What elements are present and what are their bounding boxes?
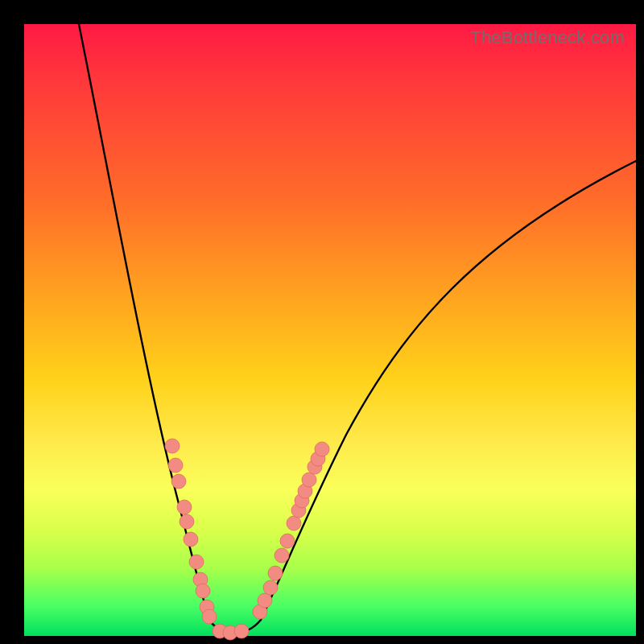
data-marker <box>171 474 186 489</box>
bottleneck-curve <box>79 24 636 633</box>
data-marker <box>258 593 272 608</box>
data-marker <box>315 442 329 456</box>
data-marker <box>165 439 180 453</box>
data-marker <box>275 548 289 563</box>
curve-svg <box>24 24 636 636</box>
chart-frame: TheBottleneck.com <box>0 0 644 644</box>
data-marker <box>302 473 316 487</box>
data-marker <box>177 500 192 514</box>
data-marker <box>184 532 198 547</box>
data-marker <box>168 458 183 473</box>
data-marker <box>234 624 249 638</box>
data-marker <box>196 584 210 598</box>
data-marker <box>189 555 204 569</box>
marker-group <box>165 439 329 640</box>
plot-area: TheBottleneck.com <box>24 24 636 636</box>
data-marker <box>202 609 217 624</box>
data-marker <box>180 514 194 529</box>
data-marker <box>287 516 301 530</box>
data-marker <box>268 566 283 580</box>
data-marker <box>263 580 278 595</box>
data-marker <box>280 534 295 548</box>
